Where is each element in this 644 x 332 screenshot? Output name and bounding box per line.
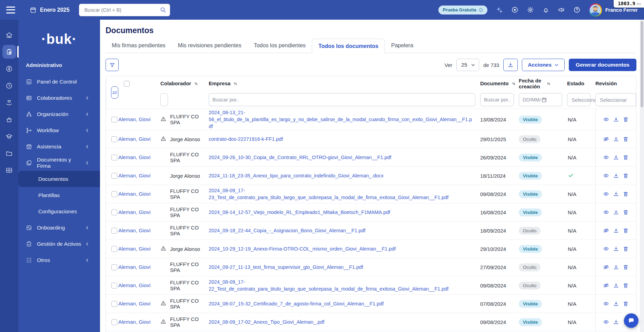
sidebar-item-onboarding[interactable]: Onboarding (18, 219, 100, 236)
colaborador-link[interactable]: Aleman, Giovi (118, 136, 150, 142)
download-icon[interactable] (613, 301, 619, 307)
eye-icon[interactable] (603, 173, 609, 179)
eye-icon[interactable] (603, 209, 609, 215)
sparkle-icon[interactable] (496, 6, 503, 13)
row-checkbox[interactable] (111, 301, 117, 307)
trash-icon[interactable] (623, 209, 629, 215)
row-checkbox[interactable] (111, 246, 117, 252)
trash-icon[interactable] (623, 116, 629, 123)
rail-item-basket[interactable] (2, 113, 16, 126)
rail-item-archive[interactable] (2, 163, 16, 177)
trial-badge[interactable]: Prueba Gratuita (438, 6, 487, 14)
sidebar-item-gesti-n-de-activos[interactable]: Gestión de Activos (18, 236, 100, 252)
rail-item-graduation[interactable] (2, 129, 16, 143)
colaborador-link[interactable]: Aleman, Giovi (118, 154, 150, 160)
eye-off-icon[interactable] (603, 264, 609, 270)
download-icon[interactable] (613, 116, 619, 123)
eye-icon[interactable] (603, 154, 609, 160)
eye-icon[interactable] (603, 301, 609, 307)
row-checkbox[interactable] (111, 319, 117, 325)
download-icon[interactable] (613, 173, 619, 179)
row-checkbox[interactable] (111, 191, 117, 197)
select-all-checkbox[interactable] (124, 81, 130, 87)
period-selector[interactable]: Enero 2025 (30, 7, 69, 13)
documento-link[interactable]: 2024_08-13_21-56_el_titulo_de_la_plantil… (209, 109, 480, 130)
trash-icon[interactable] (623, 264, 629, 270)
rail-item-coin[interactable] (2, 62, 16, 76)
rail-item-clock[interactable] (2, 79, 16, 92)
download-icon[interactable] (613, 282, 619, 289)
row-checkbox[interactable] (111, 228, 117, 234)
sort-icon[interactable] (233, 81, 238, 86)
filter-revision-select[interactable]: Seleccionar (595, 93, 636, 106)
download-icon[interactable] (613, 264, 619, 270)
search-input[interactable] (84, 7, 160, 13)
filter-button[interactable] (106, 59, 119, 71)
row-checkbox[interactable] (111, 155, 117, 160)
eye-icon[interactable] (603, 319, 609, 325)
help-icon[interactable] (573, 6, 581, 13)
row-checkbox[interactable] (111, 264, 117, 270)
rail-item-folder[interactable] (2, 146, 16, 160)
chat-launcher[interactable] (624, 313, 638, 328)
trash-icon[interactable] (623, 173, 629, 179)
trash-icon[interactable] (623, 301, 629, 307)
global-search[interactable] (79, 4, 170, 16)
sort-icon[interactable] (194, 81, 198, 86)
trash-icon[interactable] (623, 246, 629, 252)
sidebar-subitem-plantillas[interactable]: Plantillas (18, 187, 100, 203)
colaborador-link[interactable]: Aleman, Giovi (118, 319, 150, 325)
eye-off-icon[interactable] (603, 227, 609, 234)
view-mode-icon[interactable] (511, 6, 518, 13)
sidebar-subitem-configuraciones[interactable]: Configuraciones (18, 203, 100, 219)
colaborador-link[interactable]: Aleman, Giovi (118, 264, 150, 270)
sort-icon[interactable] (512, 81, 516, 86)
tab-mis-revisiones-pendientes[interactable]: Mis revisiones pendientes (172, 38, 248, 53)
export-button[interactable] (503, 59, 518, 71)
eye-icon[interactable] (603, 246, 609, 252)
download-icon[interactable] (613, 209, 619, 215)
page-size-select[interactable]: 25 (456, 59, 479, 71)
documento-link[interactable]: contrato-dos-22271916-k-FF1.pdf (209, 136, 480, 143)
trash-icon[interactable] (623, 136, 629, 142)
documento-link[interactable]: 2024_09-26_10-30_Copia_de_Contrato_RRL_O… (209, 154, 480, 161)
row-checkbox[interactable] (111, 136, 117, 142)
download-icon[interactable] (613, 246, 619, 252)
sidebar-item-workflow[interactable]: Workflow (18, 122, 100, 138)
sidebar-subitem-documentos[interactable]: Documentos (18, 171, 100, 187)
hamburger-menu-icon[interactable] (6, 7, 15, 13)
download-icon[interactable] (613, 154, 619, 160)
sidebar-item-documentos-y-firma[interactable]: Documentos y Firma (18, 155, 100, 171)
generar-documentos-button[interactable]: Generar documentos (569, 59, 636, 71)
sidebar-item-panel-de-control[interactable]: Panel de Control (18, 74, 100, 90)
colaborador-link[interactable]: Aleman, Giovi (118, 301, 150, 306)
download-icon[interactable] (613, 136, 619, 142)
download-icon[interactable] (613, 227, 619, 234)
rail-item-hand-heart[interactable] (2, 96, 16, 109)
colaborador-link[interactable]: Aleman, Giovi (118, 191, 150, 197)
colaborador-link[interactable]: Aleman, Giovi (118, 282, 150, 288)
acciones-button[interactable]: Acciones (522, 59, 565, 71)
trash-icon[interactable] (623, 282, 629, 289)
eye-off-icon[interactable] (603, 136, 609, 142)
trash-icon[interactable] (623, 227, 629, 234)
filter-documento-input[interactable] (480, 93, 514, 106)
rail-item-home[interactable] (2, 28, 16, 42)
documento-link[interactable]: 2024_08-14_12-57_Viejo_modelo_RL_Emplead… (209, 209, 480, 216)
bell-icon[interactable] (542, 6, 549, 13)
row-checkbox[interactable] (111, 117, 117, 123)
sidebar-item-asistencia[interactable]: Asistencia (18, 138, 100, 155)
tab-mis-firmas-pendientes[interactable]: Mis firmas pendientes (106, 38, 172, 53)
eye-icon[interactable] (603, 116, 609, 123)
sort-icon[interactable] (546, 81, 551, 86)
colaborador-link[interactable]: Aleman, Giovi (118, 116, 150, 122)
filter-empresa-input[interactable] (209, 93, 475, 106)
filter-colaborador-input[interactable] (160, 93, 168, 106)
documento-link[interactable]: 2024_11-18_23-35_Anexo_tipo_para_contrat… (209, 172, 480, 179)
documento-link[interactable]: 2024_09-27_11-13_test_firma_supervisor_g… (209, 264, 480, 271)
sidebar-item-organizaci-n[interactable]: Organización (18, 106, 100, 122)
tab-todos-los-documentos[interactable]: Todos los documentos (312, 39, 385, 53)
row-checkbox[interactable] (111, 173, 117, 179)
colaborador-link[interactable]: Aleman, Giovi (118, 209, 150, 215)
trash-icon[interactable] (623, 191, 629, 197)
